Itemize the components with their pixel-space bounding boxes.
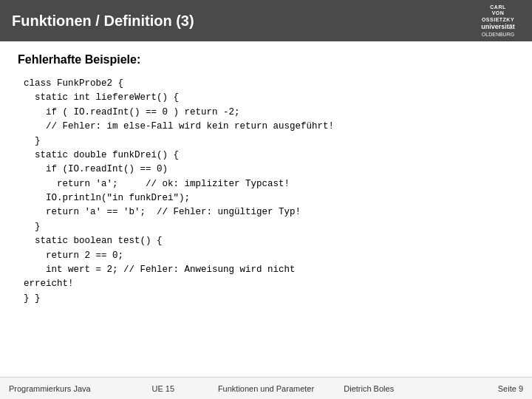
code-line-16: } } <box>24 292 514 306</box>
header: Funktionen / Definition (3) CARL VON OSS… <box>0 0 532 41</box>
logo-uni: universität <box>481 23 515 32</box>
code-line-1: class FunkProbe2 { <box>24 77 514 91</box>
section-title: Fehlerhafte Beispiele: <box>18 53 514 66</box>
code-line-11: } <box>24 220 514 234</box>
university-logo: CARL VON OSSIETZKY universität OLDENBURG <box>476 7 520 34</box>
logo-line2: VON <box>482 10 514 16</box>
code-line-2: static int liefereWert() { <box>24 91 514 105</box>
footer: Programmierkurs Java UE 15 Funktionen un… <box>0 377 532 399</box>
code-line-15: erreicht! <box>24 277 514 291</box>
code-line-12: static boolean test() { <box>24 234 514 248</box>
slide-content: Fehlerhafte Beispiele: class FunkProbe2 … <box>0 41 532 377</box>
footer-author: Dietrich Boles <box>318 384 420 393</box>
slide-title: Funktionen / Definition (3) <box>12 13 194 30</box>
code-line-13: return 2 == 0; <box>24 249 514 263</box>
code-block: class FunkProbe2 { static int liefereWer… <box>18 77 514 306</box>
footer-course: Programmierkurs Java <box>9 384 112 393</box>
code-line-14: int wert = 2; // Fehler: Anweisung wird … <box>24 263 514 277</box>
code-line-5: } <box>24 134 514 149</box>
code-line-4: // Fehler: im else-Fall wird kein return… <box>24 120 514 134</box>
logo-line1: CARL <box>482 4 514 10</box>
code-line-10: return 'a' == 'b'; // Fehler: ungültiger… <box>24 205 514 219</box>
footer-topic: Funktionen und Parameter <box>214 384 317 393</box>
code-line-7: if (IO.readInt() == 0) <box>24 163 514 177</box>
logo-oldenburg: OLDENBURG <box>482 32 514 37</box>
code-line-8: return 'a'; // ok: impliziter Typcast! <box>24 177 514 191</box>
footer-page: Seite 9 <box>420 384 523 393</box>
code-line-6: static double funkDrei() { <box>24 149 514 163</box>
footer-ue: UE 15 <box>112 384 214 393</box>
code-line-3: if ( IO.readInt() == 0 ) return -2; <box>24 106 514 120</box>
logo-line3: OSSIETZKY <box>482 17 514 23</box>
slide: Funktionen / Definition (3) CARL VON OSS… <box>0 0 532 399</box>
code-line-9: IO.println("in funkDrei"); <box>24 191 514 205</box>
